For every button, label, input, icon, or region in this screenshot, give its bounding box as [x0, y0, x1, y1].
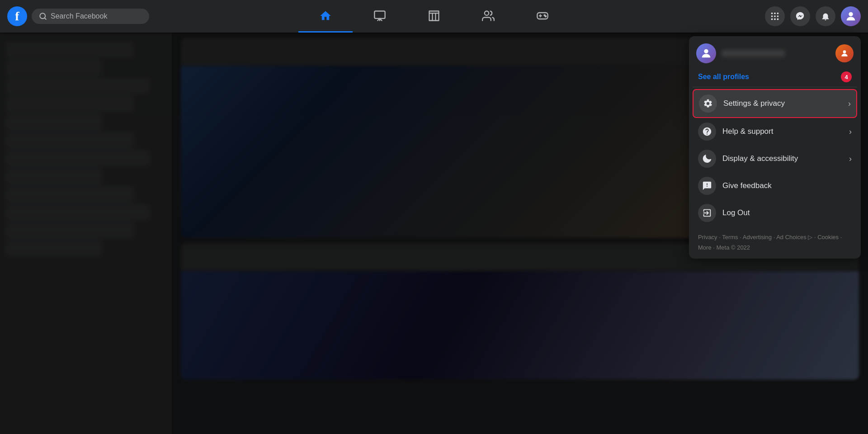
nav-home-button[interactable]: [298, 0, 353, 33]
notifications-button[interactable]: [816, 6, 835, 26]
marketplace-icon: [428, 9, 440, 22]
nav-center: [298, 0, 570, 33]
settings-chevron-icon: ›: [848, 99, 851, 108]
display-accessibility-label: Display & accessibility: [722, 154, 798, 163]
bell-icon: [821, 11, 830, 21]
svg-point-8: [777, 13, 779, 14]
display-icon-circle: [698, 150, 716, 168]
feedback-item-left: Give feedback: [698, 177, 772, 195]
ad-choices-link[interactable]: Ad Choices ▷: [776, 234, 812, 241]
search-icon: [39, 12, 47, 20]
profile-main-avatar: [696, 43, 716, 63]
svg-point-6: [771, 13, 773, 14]
logout-label: Log Out: [722, 208, 750, 217]
svg-point-13: [774, 19, 776, 20]
display-accessibility-menu-item[interactable]: Display & accessibility ›: [693, 145, 857, 172]
grid-icon: [770, 11, 780, 21]
footer-links: Privacy · Terms · Advertising · Ad Choic…: [693, 226, 857, 255]
privacy-link[interactable]: Privacy: [698, 234, 717, 241]
nav-marketplace-button[interactable]: [407, 0, 461, 33]
top-navigation: f: [0, 0, 868, 33]
nav-watch-button[interactable]: [353, 0, 407, 33]
svg-point-7: [774, 13, 776, 14]
display-item-left: Display & accessibility: [698, 150, 798, 168]
footer-links-line2: More · Meta © 2022: [698, 242, 852, 253]
logout-icon-circle: [698, 204, 716, 222]
svg-point-11: [777, 15, 779, 17]
svg-point-12: [771, 19, 773, 20]
search-bar-container[interactable]: [32, 9, 149, 24]
profile-row[interactable]: [693, 40, 857, 67]
settings-privacy-label: Settings & privacy: [723, 99, 785, 108]
nav-groups-button[interactable]: [461, 0, 515, 33]
profile-avatar-icon: [700, 47, 712, 60]
logout-item-left: Log Out: [698, 204, 750, 222]
messenger-icon: [795, 11, 805, 21]
search-input[interactable]: [51, 12, 141, 20]
divider-1: [693, 87, 857, 87]
notification-badge: 4: [841, 71, 852, 82]
nav-right: [765, 6, 868, 26]
give-feedback-menu-item[interactable]: Give feedback: [693, 172, 857, 199]
svg-point-15: [849, 12, 853, 16]
svg-point-17: [843, 50, 846, 53]
apps-menu-button[interactable]: [765, 6, 785, 26]
more-link[interactable]: More: [698, 244, 712, 251]
footer-links-line1: Privacy · Terms · Advertising · Ad Choic…: [698, 232, 852, 242]
help-item-left: Help & support: [698, 123, 773, 141]
facebook-logo[interactable]: f: [7, 6, 27, 26]
logout-icon: [702, 208, 712, 218]
edit-profile-icon: [840, 49, 849, 58]
watch-icon: [373, 9, 386, 22]
display-chevron-icon: ›: [849, 154, 852, 164]
settings-item-left: Settings & privacy: [699, 94, 785, 113]
nav-left: f: [0, 6, 154, 26]
svg-rect-1: [374, 11, 385, 18]
user-avatar-icon: [844, 10, 857, 23]
moon-icon: [702, 154, 712, 164]
cookies-link[interactable]: Cookies: [817, 234, 839, 241]
feedback-icon-circle: [698, 177, 716, 195]
advertising-link[interactable]: Advertising: [743, 234, 772, 241]
nav-gaming-button[interactable]: [515, 0, 570, 33]
help-icon-circle: [698, 123, 716, 141]
profile-row-left: [696, 43, 785, 63]
terms-link[interactable]: Terms: [722, 234, 738, 241]
logo-letter: f: [15, 10, 19, 23]
home-icon: [319, 9, 332, 22]
profile-name-blurred: [722, 50, 785, 57]
profile-secondary-avatar[interactable]: [835, 44, 854, 62]
svg-point-10: [774, 15, 776, 17]
svg-point-16: [704, 49, 708, 53]
gaming-icon: [536, 9, 549, 22]
right-dropdown-panel: See all profiles 4 Settings & privacy › …: [689, 36, 861, 259]
groups-icon: [482, 9, 495, 22]
logout-menu-item[interactable]: Log Out: [693, 199, 857, 226]
settings-icon-circle: [699, 94, 717, 113]
question-icon: [702, 127, 712, 137]
svg-point-9: [771, 15, 773, 17]
svg-point-2: [485, 11, 489, 15]
help-support-label: Help & support: [722, 127, 773, 136]
feedback-icon: [702, 181, 712, 191]
help-chevron-icon: ›: [849, 127, 852, 137]
see-all-profiles-row[interactable]: See all profiles 4: [693, 69, 857, 85]
svg-point-14: [777, 19, 779, 20]
messenger-button[interactable]: [790, 6, 810, 26]
gear-icon: [703, 99, 713, 108]
give-feedback-label: Give feedback: [722, 181, 772, 190]
settings-privacy-menu-item[interactable]: Settings & privacy ›: [693, 89, 857, 118]
svg-point-5: [545, 16, 546, 17]
profile-avatar-button[interactable]: [841, 6, 861, 26]
see-all-profiles-link[interactable]: See all profiles: [698, 73, 749, 81]
help-support-menu-item[interactable]: Help & support ›: [693, 118, 857, 145]
